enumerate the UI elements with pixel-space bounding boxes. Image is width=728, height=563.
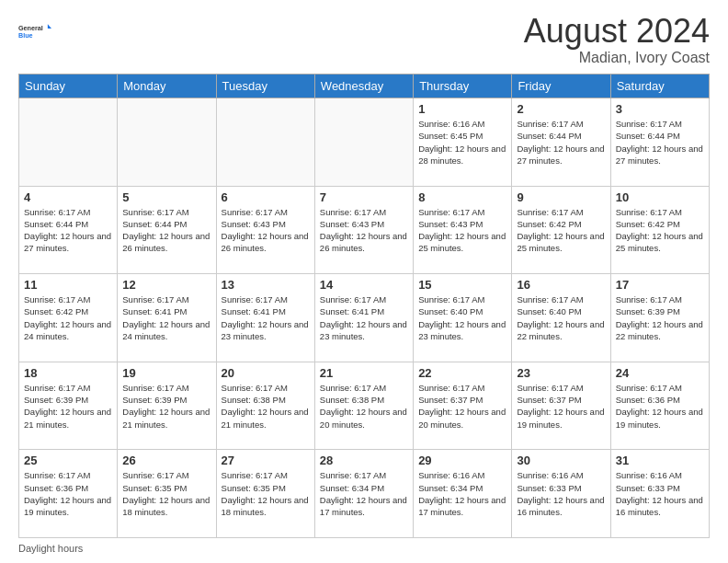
day-number: 27 <box>222 454 310 467</box>
calendar-cell <box>314 98 413 187</box>
location-title: Madian, Ivory Coast <box>524 50 710 66</box>
day-number: 25 <box>24 454 112 467</box>
calendar-cell: 15Sunrise: 6:17 AM Sunset: 6:40 PM Dayli… <box>414 274 512 362</box>
calendar-cell: 30Sunrise: 6:16 AM Sunset: 6:33 PM Dayli… <box>512 450 610 538</box>
calendar-cell: 4Sunrise: 6:17 AM Sunset: 6:44 PM Daylig… <box>19 186 118 274</box>
week-row-1: 4Sunrise: 6:17 AM Sunset: 6:44 PM Daylig… <box>19 186 710 274</box>
svg-marker-2 <box>48 24 51 29</box>
calendar-cell: 16Sunrise: 6:17 AM Sunset: 6:40 PM Dayli… <box>512 274 610 362</box>
day-number: 2 <box>517 102 605 116</box>
day-number: 3 <box>616 102 704 116</box>
day-info: Sunrise: 6:17 AM Sunset: 6:43 PM Dayligh… <box>418 206 506 255</box>
calendar-cell: 3Sunrise: 6:17 AM Sunset: 6:44 PM Daylig… <box>610 98 709 187</box>
day-info: Sunrise: 6:17 AM Sunset: 6:41 PM Dayligh… <box>320 293 408 342</box>
header-saturday: Saturday <box>610 75 709 98</box>
footer-note: Daylight hours <box>18 543 710 554</box>
header-monday: Monday <box>118 75 216 98</box>
week-row-4: 25Sunrise: 6:17 AM Sunset: 6:36 PM Dayli… <box>19 450 710 538</box>
day-number: 17 <box>616 278 704 292</box>
calendar-cell: 7Sunrise: 6:17 AM Sunset: 6:43 PM Daylig… <box>314 186 413 274</box>
day-info: Sunrise: 6:17 AM Sunset: 6:40 PM Dayligh… <box>418 293 506 342</box>
calendar-cell <box>216 98 314 187</box>
day-info: Sunrise: 6:16 AM Sunset: 6:33 PM Dayligh… <box>616 469 704 518</box>
header-thursday: Thursday <box>414 75 512 98</box>
calendar-cell: 25Sunrise: 6:17 AM Sunset: 6:36 PM Dayli… <box>19 450 118 538</box>
day-number: 14 <box>320 278 408 292</box>
day-info: Sunrise: 6:17 AM Sunset: 6:35 PM Dayligh… <box>122 469 210 518</box>
day-number: 12 <box>122 278 210 292</box>
day-info: Sunrise: 6:17 AM Sunset: 6:42 PM Dayligh… <box>24 293 112 342</box>
calendar-table: SundayMondayTuesdayWednesdayThursdayFrid… <box>18 74 710 538</box>
calendar-cell <box>118 98 216 187</box>
calendar-cell: 29Sunrise: 6:16 AM Sunset: 6:34 PM Dayli… <box>414 450 512 538</box>
calendar-cell: 2Sunrise: 6:17 AM Sunset: 6:44 PM Daylig… <box>512 98 610 187</box>
day-info: Sunrise: 6:17 AM Sunset: 6:36 PM Dayligh… <box>616 382 704 431</box>
day-number: 21 <box>320 366 408 380</box>
header-friday: Friday <box>512 75 610 98</box>
day-info: Sunrise: 6:17 AM Sunset: 6:39 PM Dayligh… <box>616 293 704 342</box>
calendar-cell <box>19 98 118 187</box>
calendar-cell: 20Sunrise: 6:17 AM Sunset: 6:38 PM Dayli… <box>216 362 314 450</box>
day-number: 16 <box>517 278 605 292</box>
day-number: 30 <box>517 454 605 467</box>
svg-text:General: General <box>18 24 43 32</box>
day-info: Sunrise: 6:17 AM Sunset: 6:42 PM Dayligh… <box>616 206 704 255</box>
day-info: Sunrise: 6:17 AM Sunset: 6:44 PM Dayligh… <box>122 206 210 255</box>
calendar-cell: 1Sunrise: 6:16 AM Sunset: 6:45 PM Daylig… <box>414 98 512 187</box>
calendar-cell: 21Sunrise: 6:17 AM Sunset: 6:38 PM Dayli… <box>314 362 413 450</box>
day-number: 6 <box>222 190 310 204</box>
day-number: 15 <box>418 278 506 292</box>
day-number: 11 <box>24 278 112 292</box>
day-info: Sunrise: 6:16 AM Sunset: 6:34 PM Dayligh… <box>418 469 506 518</box>
day-info: Sunrise: 6:17 AM Sunset: 6:34 PM Dayligh… <box>320 469 408 518</box>
day-number: 24 <box>616 366 704 380</box>
day-number: 28 <box>320 454 408 467</box>
day-info: Sunrise: 6:17 AM Sunset: 6:38 PM Dayligh… <box>320 382 408 431</box>
logo-svg: General Blue <box>18 15 51 48</box>
day-info: Sunrise: 6:17 AM Sunset: 6:43 PM Dayligh… <box>320 206 408 255</box>
week-row-0: 1Sunrise: 6:16 AM Sunset: 6:45 PM Daylig… <box>19 98 710 187</box>
day-info: Sunrise: 6:17 AM Sunset: 6:37 PM Dayligh… <box>517 382 605 431</box>
page: General Blue August 2024 Madian, Ivory C… <box>0 0 728 563</box>
day-info: Sunrise: 6:17 AM Sunset: 6:44 PM Dayligh… <box>517 118 605 167</box>
week-row-2: 11Sunrise: 6:17 AM Sunset: 6:42 PM Dayli… <box>19 274 710 362</box>
calendar-cell: 27Sunrise: 6:17 AM Sunset: 6:35 PM Dayli… <box>216 450 314 538</box>
day-info: Sunrise: 6:17 AM Sunset: 6:38 PM Dayligh… <box>222 382 310 431</box>
day-number: 13 <box>222 278 310 292</box>
calendar-cell: 9Sunrise: 6:17 AM Sunset: 6:42 PM Daylig… <box>512 186 610 274</box>
day-number: 9 <box>517 190 605 204</box>
header: General Blue August 2024 Madian, Ivory C… <box>18 15 710 66</box>
day-number: 7 <box>320 190 408 204</box>
day-number: 10 <box>616 190 704 204</box>
day-number: 22 <box>418 366 506 380</box>
day-number: 26 <box>122 454 210 467</box>
day-info: Sunrise: 6:17 AM Sunset: 6:40 PM Dayligh… <box>517 293 605 342</box>
calendar-cell: 24Sunrise: 6:17 AM Sunset: 6:36 PM Dayli… <box>610 362 709 450</box>
calendar-cell: 6Sunrise: 6:17 AM Sunset: 6:43 PM Daylig… <box>216 186 314 274</box>
week-row-3: 18Sunrise: 6:17 AM Sunset: 6:39 PM Dayli… <box>19 362 710 450</box>
calendar-cell: 18Sunrise: 6:17 AM Sunset: 6:39 PM Dayli… <box>19 362 118 450</box>
title-area: August 2024 Madian, Ivory Coast <box>524 15 710 66</box>
day-number: 1 <box>418 102 506 116</box>
day-number: 4 <box>24 190 112 204</box>
day-info: Sunrise: 6:17 AM Sunset: 6:39 PM Dayligh… <box>122 382 210 431</box>
day-info: Sunrise: 6:17 AM Sunset: 6:44 PM Dayligh… <box>616 118 704 167</box>
day-info: Sunrise: 6:17 AM Sunset: 6:39 PM Dayligh… <box>24 382 112 431</box>
day-info: Sunrise: 6:17 AM Sunset: 6:41 PM Dayligh… <box>122 293 210 342</box>
day-info: Sunrise: 6:17 AM Sunset: 6:37 PM Dayligh… <box>418 382 506 431</box>
calendar-cell: 28Sunrise: 6:17 AM Sunset: 6:34 PM Dayli… <box>314 450 413 538</box>
calendar-header-row: SundayMondayTuesdayWednesdayThursdayFrid… <box>19 75 710 98</box>
day-info: Sunrise: 6:17 AM Sunset: 6:42 PM Dayligh… <box>517 206 605 255</box>
day-number: 31 <box>616 454 704 467</box>
calendar-cell: 5Sunrise: 6:17 AM Sunset: 6:44 PM Daylig… <box>118 186 216 274</box>
calendar-cell: 19Sunrise: 6:17 AM Sunset: 6:39 PM Dayli… <box>118 362 216 450</box>
day-info: Sunrise: 6:17 AM Sunset: 6:36 PM Dayligh… <box>24 469 112 518</box>
calendar-cell: 17Sunrise: 6:17 AM Sunset: 6:39 PM Dayli… <box>610 274 709 362</box>
header-sunday: Sunday <box>19 75 118 98</box>
calendar-cell: 12Sunrise: 6:17 AM Sunset: 6:41 PM Dayli… <box>118 274 216 362</box>
day-number: 18 <box>24 366 112 380</box>
calendar-cell: 26Sunrise: 6:17 AM Sunset: 6:35 PM Dayli… <box>118 450 216 538</box>
day-info: Sunrise: 6:17 AM Sunset: 6:43 PM Dayligh… <box>222 206 310 255</box>
calendar-cell: 14Sunrise: 6:17 AM Sunset: 6:41 PM Dayli… <box>314 274 413 362</box>
logo: General Blue <box>18 15 51 48</box>
